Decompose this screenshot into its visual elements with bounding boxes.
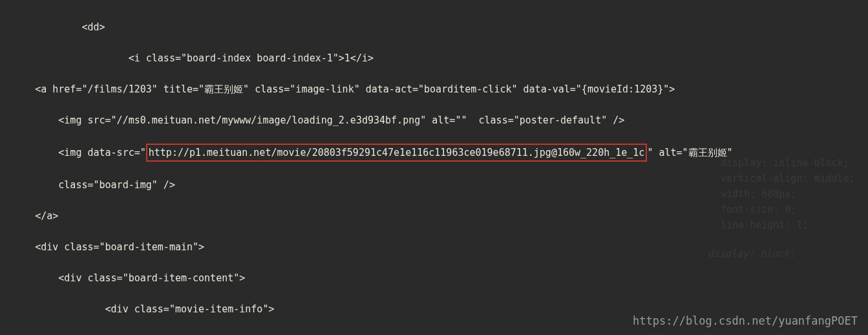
highlight-img-url: http://p1.meituan.net/movie/20803f59291c… — [146, 144, 648, 162]
line-img2: <img data-src="http://p1.meituan.net/mov… — [0, 144, 868, 162]
code-viewer: <dd> <i class="board-index board-index-1… — [0, 0, 868, 335]
line-board-index: <i class="board-index board-index-1">1</… — [0, 50, 868, 66]
line-a-open: <a href="/films/1203" title="霸王别姬" class… — [0, 81, 868, 97]
line-p-name: <p class="name"><a href="/films/1203" ti… — [0, 332, 868, 335]
line-dd: <dd> — [0, 19, 868, 35]
watermark: https://blog.csdn.net/yuanfangPOET — [633, 312, 858, 330]
line-div-content: <div class="board-item-content"> — [0, 270, 868, 286]
line-img2b: class="board-img" /> — [0, 177, 868, 193]
line-div-main: <div class="board-item-main"> — [0, 239, 868, 255]
line-a-close: </a> — [0, 208, 868, 224]
line-img1: <img src="//ms0.meituan.net/mywww/image/… — [0, 113, 868, 128]
